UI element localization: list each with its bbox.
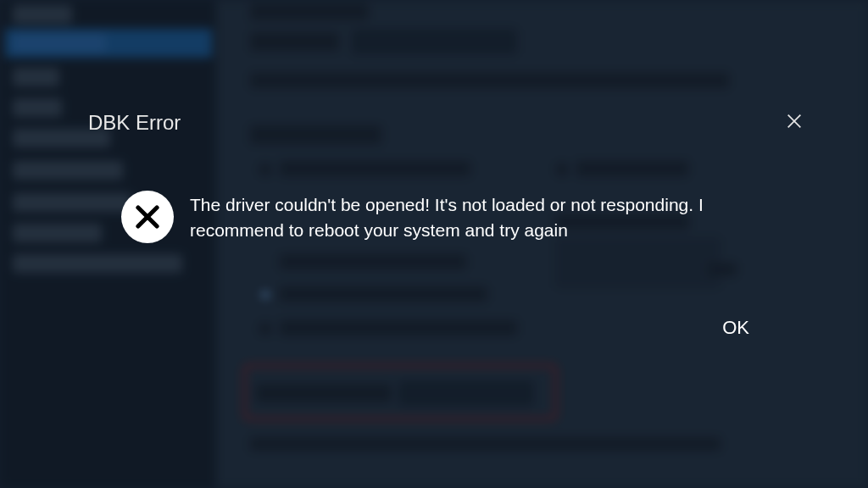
close-icon xyxy=(785,112,804,134)
close-button[interactable] xyxy=(780,108,809,137)
dialog-title: DBK Error xyxy=(88,111,181,135)
ok-button[interactable]: OK xyxy=(712,313,760,342)
error-dialog: DBK Error The driver couldn't be opened!… xyxy=(0,0,868,488)
error-icon xyxy=(121,191,174,243)
dialog-message: The driver couldn't be opened! It's not … xyxy=(190,192,783,243)
